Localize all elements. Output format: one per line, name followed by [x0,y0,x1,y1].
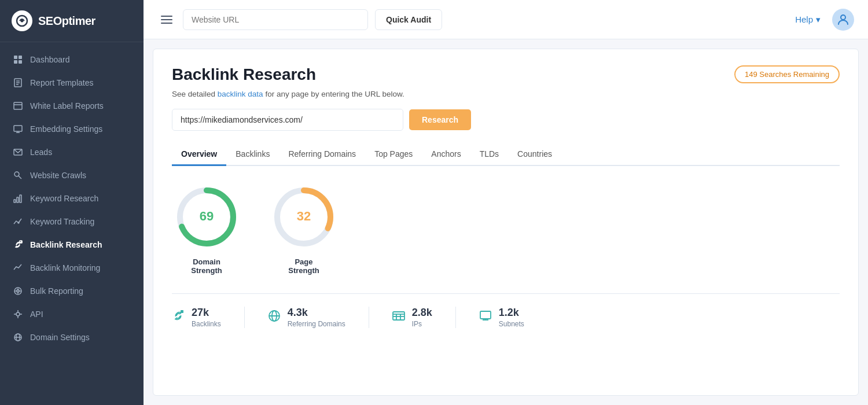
metrics-row: 69 DomainStrength 32 PageStrength [172,182,840,275]
logo-text: SEOptimer [38,14,95,28]
stat-icon-backlinks [172,310,185,326]
nav-label-api: API [30,310,43,319]
quick-audit-button[interactable]: Quick Audit [375,9,442,30]
nav-label-backlink-monitoring: Backlink Monitoring [30,263,100,273]
main-container: Quick Audit Help ▾ Backlink Research 149… [144,0,868,405]
nav-label-backlink-research: Backlink Research [30,240,102,249]
stat-backlinks: 27k Backlinks [172,307,245,328]
sidebar-item-api[interactable]: API [0,303,144,326]
tab-tlds[interactable]: TLDs [470,143,508,166]
tab-top-pages[interactable]: Top Pages [365,143,422,166]
nav-icon-leads [13,147,23,157]
content-description: See detailed backlink data for any page … [172,90,840,98]
user-avatar[interactable] [832,9,854,31]
menu-toggle-button[interactable] [157,12,176,27]
svg-point-21 [18,222,19,223]
nav-label-domain-settings: Domain Settings [30,333,90,342]
svg-rect-40 [181,310,183,313]
topbar: Quick Audit Help ▾ [144,0,868,39]
nav-label-dashboard: Dashboard [30,55,70,64]
main-content: Backlink Research 149 Searches Remaining… [153,49,859,396]
sidebar-item-bulk-reporting[interactable]: Bulk Reporting [0,279,144,303]
sidebar-item-embedding-settings[interactable]: Embedding Settings [0,117,144,141]
sidebar-nav: Dashboard Report Templates White Label R… [0,42,144,405]
nav-icon-white-label-reports [13,101,23,111]
url-research-input[interactable] [172,109,403,131]
help-dropdown[interactable]: Help ▾ [795,14,821,25]
nav-label-keyword-research: Keyword Research [30,194,98,203]
content-header: Backlink Research 149 Searches Remaining [172,65,840,84]
svg-text:32: 32 [297,209,311,223]
tab-overview[interactable]: Overview [172,143,226,166]
sidebar: SEOptimer Dashboard Report Templates Whi… [0,0,144,405]
url-search-row: Research [172,109,840,131]
svg-point-33 [841,15,845,20]
nav-label-keyword-tracking: Keyword Tracking [30,217,94,226]
nav-label-leads: Leads [30,148,52,157]
stat-value-referring-domains: 4.3k [288,307,345,319]
tab-countries[interactable]: Countries [508,143,561,166]
svg-rect-20 [20,195,21,203]
nav-icon-bulk-reporting [13,286,23,296]
svg-rect-5 [19,60,22,64]
stat-subnets: 1.2k Subnets [479,307,547,328]
stat-icon-referring-domains [268,310,281,326]
nav-icon-api [13,309,23,319]
topbar-url-input[interactable] [183,9,368,30]
stat-info-backlinks: 27k Backlinks [192,307,221,328]
stat-label-ips: IPs [412,320,432,328]
sidebar-item-keyword-tracking[interactable]: Keyword Tracking [0,210,144,233]
stats-row: 27k Backlinks 4.3k Referring Domains 2.8… [172,307,840,328]
nav-icon-backlink-monitoring [13,263,23,273]
nav-label-website-crawls: Website Crawls [30,171,86,180]
stat-value-backlinks: 27k [192,307,221,319]
stat-info-subnets: 1.2k Subnets [499,307,524,328]
gauge-svg-page-strength: 32 [269,182,339,252]
page-title: Backlink Research [172,65,316,84]
svg-text:69: 69 [200,209,214,223]
sidebar-item-domain-settings[interactable]: Domain Settings [0,326,144,349]
sidebar-item-leads[interactable]: Leads [0,141,144,164]
nav-label-embedding-settings: Embedding Settings [30,124,102,134]
logo-icon [12,10,32,31]
sidebar-item-keyword-research[interactable]: Keyword Research [0,187,144,210]
stat-icon-ips [392,310,405,326]
tab-referring-domains[interactable]: Referring Domains [279,143,365,166]
gauge-svg-domain-strength: 69 [172,182,241,252]
sidebar-item-report-templates[interactable]: Report Templates [0,71,144,94]
stat-value-subnets: 1.2k [499,307,524,319]
help-chevron-icon: ▾ [816,14,821,25]
svg-rect-19 [17,197,19,203]
svg-point-25 [16,312,20,316]
nav-label-report-templates: Report Templates [30,78,93,87]
svg-rect-10 [14,102,22,109]
sidebar-item-backlink-monitoring[interactable]: Backlink Monitoring [0,256,144,279]
sidebar-item-white-label-reports[interactable]: White Label Reports [0,94,144,117]
gauge-label-page-strength: PageStrength [288,257,319,275]
stat-referring-domains: 4.3k Referring Domains [268,307,369,328]
sidebar-item-dashboard[interactable]: Dashboard [0,48,144,71]
stats-section: 27k Backlinks 4.3k Referring Domains 2.8… [172,293,840,328]
gauge-label-domain-strength: DomainStrength [191,257,222,275]
tab-backlinks[interactable]: Backlinks [226,143,279,166]
svg-rect-2 [14,56,17,59]
research-button[interactable]: Research [409,109,471,130]
stat-label-subnets: Subnets [499,320,524,328]
stat-label-referring-domains: Referring Domains [288,320,345,328]
stat-icon-subnets [479,310,492,326]
sidebar-item-website-crawls[interactable]: Website Crawls [0,164,144,187]
svg-line-17 [19,176,21,179]
tab-anchors[interactable]: Anchors [422,143,470,166]
backlink-data-link[interactable]: backlink data [218,90,263,98]
svg-rect-12 [14,126,22,131]
sidebar-item-backlink-research[interactable]: Backlink Research [0,233,144,256]
nav-icon-dashboard [13,54,23,65]
stat-label-backlinks: Backlinks [192,320,221,328]
nav-label-bulk-reporting: Bulk Reporting [30,286,83,296]
nav-icon-report-templates [13,78,23,88]
svg-rect-18 [14,200,16,203]
nav-icon-backlink-research [13,240,23,250]
svg-rect-44 [393,312,404,320]
svg-rect-3 [19,56,22,59]
nav-icon-keyword-tracking [13,216,23,227]
